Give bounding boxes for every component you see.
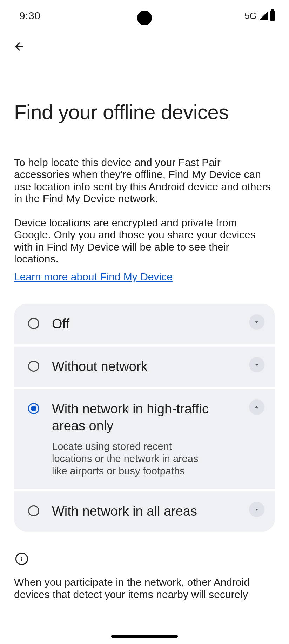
chevron-down-icon [253, 361, 261, 369]
back-button[interactable] [11, 38, 28, 55]
gesture-handle[interactable] [111, 635, 178, 638]
svg-rect-1 [21, 559, 22, 561]
info-icon [15, 553, 28, 565]
info-text: When you participate in the network, oth… [14, 576, 275, 601]
page-title: Find your offline devices [14, 101, 275, 123]
camera-cutout [137, 11, 152, 25]
chevron-down-icon [253, 318, 261, 326]
expand-button[interactable] [249, 357, 264, 372]
radio-icon [28, 361, 39, 372]
nav-bar [0, 32, 289, 55]
options-list: Off Without network With network in high… [14, 304, 275, 532]
learn-more-link[interactable]: Learn more about Find My Device [14, 271, 173, 283]
radio-icon [28, 318, 39, 329]
option-off[interactable]: Off [14, 304, 275, 344]
status-right-icons: 5G [244, 11, 275, 21]
option-high-traffic[interactable]: With network in high-traffic areas only … [14, 389, 275, 489]
intro-paragraph-2: Device locations are encrypted and priva… [14, 217, 275, 265]
network-type-label: 5G [244, 11, 257, 21]
option-label: Off [52, 316, 243, 333]
radio-icon [28, 403, 39, 414]
radio-icon [28, 505, 39, 516]
chevron-up-icon [253, 403, 261, 411]
intro-paragraph-1: To help locate this device and your Fast… [14, 157, 275, 205]
arrow-left-icon [13, 40, 26, 53]
option-description: Locate using stored recent locations or … [52, 440, 206, 477]
option-label: Without network [52, 358, 243, 375]
option-label: With network in all areas [52, 503, 243, 520]
intro-text: To help locate this device and your Fast… [14, 157, 275, 283]
info-block: When you participate in the network, oth… [14, 553, 275, 601]
status-bar: 9:30 5G [0, 0, 289, 32]
chevron-down-icon [253, 506, 261, 513]
signal-icon [259, 11, 268, 20]
status-time: 9:30 [19, 10, 40, 22]
option-all-areas[interactable]: With network in all areas [14, 491, 275, 532]
option-label: With network in high-traffic areas only [52, 401, 243, 434]
svg-point-0 [21, 557, 22, 558]
expand-button[interactable] [249, 314, 264, 330]
battery-icon [270, 11, 275, 21]
collapse-button[interactable] [249, 399, 264, 415]
expand-button[interactable] [249, 502, 264, 517]
option-without-network[interactable]: Without network [14, 347, 275, 387]
